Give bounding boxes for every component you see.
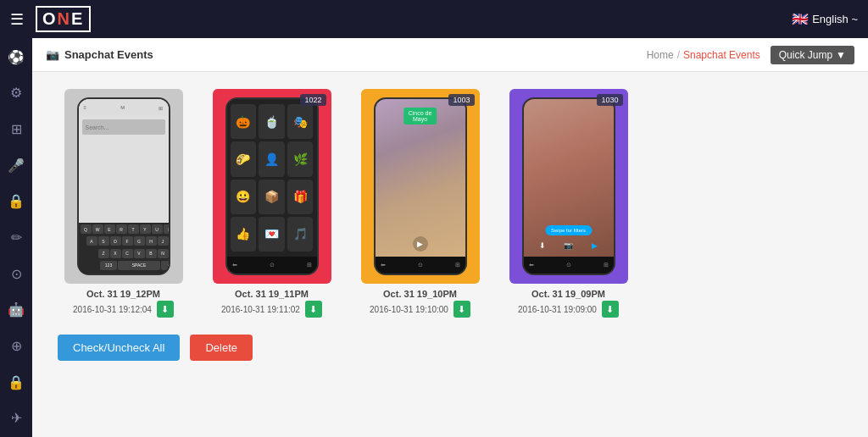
quick-jump-label: Quick Jump bbox=[779, 49, 832, 61]
phone-mockup-1: ≡ M ⊞ Search... bbox=[77, 97, 170, 275]
phone-mockup-3: Cinco deMayo ▶ ⬅ ⊙ ⊞ bbox=[374, 97, 467, 275]
download-button-1[interactable]: ⬇ bbox=[157, 301, 174, 318]
sidebar-item-circle[interactable]: ⊙ bbox=[3, 263, 29, 285]
card-meta-2: Oct. 31 19_11PM 2016-10-31 19:11:02 ⬇ bbox=[221, 289, 322, 318]
card-date-3: 2016-10-31 19:10:00 bbox=[370, 305, 448, 314]
sticker-9: 🎁 bbox=[287, 180, 314, 214]
list-item: 🎃 🍵 🎭 🌮 👤 🌿 😀 📦 🎁 bbox=[206, 89, 337, 318]
phone-screen-4: Swipe for filters ⬇ 📷 ▶ bbox=[524, 99, 614, 257]
card-time-1: Oct. 31 19_12PM bbox=[73, 289, 174, 299]
sticker-12: 🎵 bbox=[287, 217, 314, 252]
phone-mockup-4: Swipe for filters ⬇ 📷 ▶ bbox=[522, 97, 615, 275]
phone-screen-2: 🎃 🍵 🎭 🌮 👤 🌿 😀 📦 🎁 bbox=[227, 99, 317, 257]
card-time-4: Oct. 31 19_09PM bbox=[518, 289, 619, 299]
card-meta-4: Oct. 31 19_09PM 2016-10-31 19:09:00 ⬇ bbox=[518, 289, 619, 318]
card-image-wrap-3: Cinco deMayo ▶ ⬅ ⊙ ⊞ 1003 bbox=[361, 89, 480, 284]
card-bottom-4: 2016-10-31 19:09:00 ⬇ bbox=[518, 301, 619, 318]
card-badge-3: 1003 bbox=[448, 94, 474, 106]
flag-icon: 🇬🇧 bbox=[792, 11, 809, 27]
list-item: Swipe for filters ⬇ 📷 ▶ bbox=[503, 89, 634, 318]
card-image-wrap-1: ≡ M ⊞ Search... bbox=[64, 89, 183, 284]
action-bar: Check/Uncheck All Delete bbox=[58, 335, 843, 361]
card-bg-1: ≡ M ⊞ Search... bbox=[64, 89, 183, 284]
breadcrumb-current: Snapchat Events bbox=[683, 49, 760, 61]
sidebar-item-settings[interactable]: ⚙ bbox=[3, 83, 29, 104]
sidebar-item-lock[interactable]: 🔒 bbox=[3, 191, 29, 213]
sticker-1: 🎃 bbox=[231, 104, 257, 139]
card-image-wrap-2: 🎃 🍵 🎭 🌮 👤 🌿 😀 📦 🎁 bbox=[213, 89, 331, 284]
top-navbar: ☰ ONE 🇬🇧 English ~ bbox=[0, 0, 868, 38]
delete-button[interactable]: Delete bbox=[190, 335, 253, 361]
keyboard-1: QWERTYUIOP ASDFGHJKL ZXCVBNM bbox=[79, 223, 169, 274]
logo: ONE bbox=[36, 6, 91, 32]
card-date-1: 2016-10-31 19:12:04 bbox=[73, 305, 152, 314]
sticker-6: 🌿 bbox=[287, 141, 314, 176]
sticker-3: 🎭 bbox=[287, 104, 314, 139]
sticker-10: 👍 bbox=[231, 217, 257, 252]
sidebar-item-edit[interactable]: ✏ bbox=[3, 227, 29, 248]
stickers-grid: 🎃 🍵 🎭 🌮 👤 🌿 😀 📦 🎁 bbox=[227, 99, 317, 257]
card-time-3: Oct. 31 19_10PM bbox=[370, 289, 470, 299]
card-badge-4: 1030 bbox=[597, 94, 622, 106]
sidebar-item-plane[interactable]: ✈ bbox=[3, 407, 29, 429]
sidebar-item-grid[interactable]: ⊞ bbox=[3, 119, 29, 140]
page-icon: 📷 bbox=[46, 48, 59, 61]
quick-jump-button[interactable]: Quick Jump ▼ bbox=[771, 46, 854, 64]
sidebar-item-lock2[interactable]: 🔒 bbox=[3, 372, 29, 393]
sidebar-item-robot[interactable]: 🤖 bbox=[3, 299, 29, 320]
sticker-5: 👤 bbox=[259, 141, 285, 176]
card-meta-3: Oct. 31 19_10PM 2016-10-31 19:10:00 ⬇ bbox=[370, 289, 470, 318]
card-bottom-2: 2016-10-31 19:11:02 ⬇ bbox=[221, 301, 322, 318]
sticker-2: 🍵 bbox=[259, 104, 285, 139]
breadcrumb-home[interactable]: Home bbox=[647, 49, 674, 61]
quick-jump-arrow: ▼ bbox=[836, 49, 846, 61]
card-date-4: 2016-10-31 19:09:00 bbox=[518, 305, 597, 314]
card-badge-2: 1022 bbox=[300, 94, 326, 106]
card-date-2: 2016-10-31 19:11:02 bbox=[221, 305, 300, 314]
phone-screen-3: Cinco deMayo ▶ bbox=[376, 99, 465, 257]
card-bottom-1: 2016-10-31 19:12:04 ⬇ bbox=[73, 301, 174, 318]
sidebar: ⚽ ⚙ ⊞ 🎤 🔒 ✏ ⊙ 🤖 ⊕ 🔒 ✈ bbox=[0, 38, 32, 437]
download-button-3[interactable]: ⬇ bbox=[453, 301, 470, 318]
sidebar-item-mic[interactable]: 🎤 bbox=[3, 155, 29, 176]
breadcrumb: Home / Snapchat Events bbox=[647, 49, 760, 61]
sticker-11: 💌 bbox=[259, 217, 285, 252]
logo-text: ONE bbox=[42, 9, 84, 29]
breadcrumb-sep: / bbox=[677, 49, 680, 61]
breadcrumb-bar: 📷 Snapchat Events Home / Snapchat Events… bbox=[32, 38, 868, 72]
phone-screen-1: ≡ M ⊞ Search... bbox=[79, 99, 169, 223]
list-item: Cinco deMayo ▶ ⬅ ⊙ ⊞ 1003 bbox=[354, 89, 486, 318]
download-button-4[interactable]: ⬇ bbox=[602, 301, 619, 318]
card-bg-3: Cinco deMayo ▶ ⬅ ⊙ ⊞ 1003 bbox=[361, 89, 480, 284]
card-bottom-3: 2016-10-31 19:10:00 ⬇ bbox=[370, 301, 470, 318]
page-title: Snapchat Events bbox=[64, 48, 153, 61]
list-item: ≡ M ⊞ Search... bbox=[58, 89, 189, 318]
card-image-wrap-4: Swipe for filters ⬇ 📷 ▶ bbox=[509, 89, 628, 284]
content-area: 📷 Snapchat Events Home / Snapchat Events… bbox=[32, 38, 868, 437]
card-meta-1: Oct. 31 19_12PM 2016-10-31 19:12:04 ⬇ bbox=[73, 289, 174, 318]
sidebar-item-soccer[interactable]: ⚽ bbox=[3, 47, 29, 68]
main-layout: ⚽ ⚙ ⊞ 🎤 🔒 ✏ ⊙ 🤖 ⊕ 🔒 ✈ 📷 Snapchat Events … bbox=[0, 38, 868, 437]
language-selector[interactable]: 🇬🇧 English ~ bbox=[792, 11, 858, 27]
card-time-2: Oct. 31 19_11PM bbox=[221, 289, 322, 299]
phone-mockup-2: 🎃 🍵 🎭 🌮 👤 🌿 😀 📦 🎁 bbox=[225, 97, 319, 275]
sticker-7: 😀 bbox=[231, 180, 257, 214]
page-content: ≡ M ⊞ Search... bbox=[32, 72, 868, 437]
sticker-8: 📦 bbox=[259, 180, 285, 214]
card-bg-2: 🎃 🍵 🎭 🌮 👤 🌿 😀 📦 🎁 bbox=[213, 89, 331, 284]
check-uncheck-all-button[interactable]: Check/Uncheck All bbox=[58, 335, 180, 361]
cards-grid: ≡ M ⊞ Search... bbox=[58, 89, 843, 318]
language-label: English ~ bbox=[812, 13, 858, 25]
card-bg-4: Swipe for filters ⬇ 📷 ▶ bbox=[509, 89, 628, 284]
hamburger-menu-icon[interactable]: ☰ bbox=[10, 10, 24, 29]
download-button-2[interactable]: ⬇ bbox=[305, 301, 322, 318]
sidebar-item-plus[interactable]: ⊕ bbox=[3, 335, 29, 357]
sticker-4: 🌮 bbox=[231, 141, 257, 176]
